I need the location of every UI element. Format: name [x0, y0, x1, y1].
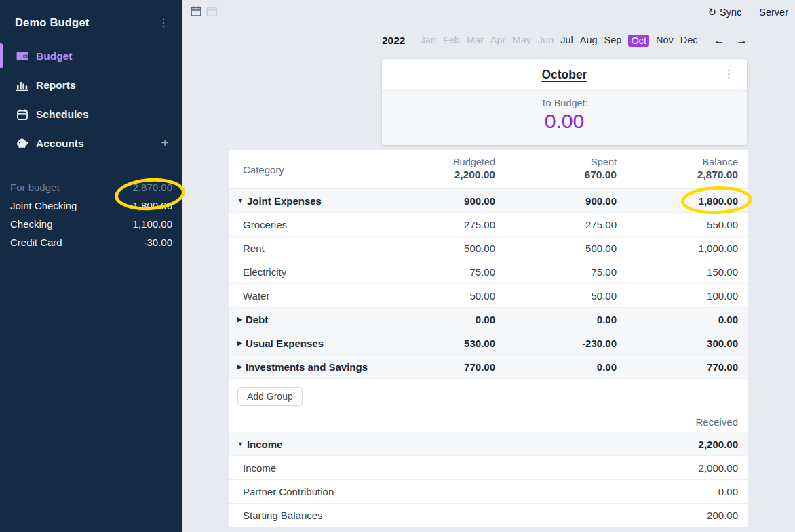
category-row-electricity[interactable]: Electricity 75.00 75.00 150.00 — [229, 260, 748, 284]
budgeted-cell[interactable]: 900.00 — [383, 189, 505, 212]
group-row-investments-and-savings[interactable]: ▶Investments and Savings 770.00 0.00 770… — [229, 355, 748, 379]
balance-cell: 100.00 — [626, 284, 748, 307]
month-mar[interactable]: Mar — [467, 35, 484, 47]
sidebar-item-label: Schedules — [36, 108, 89, 121]
chevron-right-icon[interactable]: ▶ — [237, 363, 242, 370]
sidebar-header: Demo Budget ⋮ — [0, 0, 182, 41]
month-jun[interactable]: Jun — [538, 35, 554, 47]
sidebar-item-accounts[interactable]: Accounts + — [0, 129, 182, 158]
column-label: Budgeted — [383, 157, 495, 167]
account-balance: -30.00 — [143, 237, 172, 248]
month-nav-arrows: ← → — [714, 34, 748, 47]
month-may[interactable]: May — [512, 35, 530, 47]
spent-cell: 900.00 — [505, 189, 626, 212]
month-oct-selected[interactable]: Oct — [628, 35, 649, 47]
sidebar-menu-kebab-icon[interactable]: ⋮ — [158, 18, 169, 28]
sidebar-item-label: Budget — [36, 50, 72, 62]
budgeted-cell[interactable]: 75.00 — [383, 260, 505, 283]
account-label: For budget — [10, 182, 60, 193]
account-row-joint-checking[interactable]: Joint Checking 1,800.00 — [0, 197, 182, 215]
account-balance: 2,870.00 — [133, 182, 172, 193]
balance-cell: 150.00 — [626, 260, 748, 283]
category-name: Groceries — [243, 219, 287, 230]
spent-cell: 50.00 — [505, 284, 626, 307]
month-jan[interactable]: Jan — [420, 35, 435, 47]
sidebar-item-label: Reports — [36, 79, 76, 91]
category-name: Starting Balances — [243, 510, 323, 521]
category-row-groceries[interactable]: Groceries 275.00 275.00 550.00 — [229, 213, 748, 237]
calendar-one-month-icon[interactable] — [191, 6, 201, 16]
category-name: Electricity — [243, 266, 286, 278]
month-list: Jan Feb Mar Apr May Jun Jul Aug Sep Oct … — [420, 35, 697, 47]
spent-header: Spent 670.00 — [505, 150, 626, 188]
month-sep[interactable]: Sep — [604, 35, 622, 47]
column-label: Balance — [626, 157, 738, 167]
budgeted-cell[interactable]: 50.00 — [383, 284, 505, 307]
balance-cell: 1,000.00 — [626, 237, 748, 260]
budgeted-cell[interactable]: 275.00 — [383, 213, 505, 236]
sync-button[interactable]: ↻ Sync — [707, 6, 741, 18]
category-name: Income — [243, 462, 276, 474]
wallet-icon — [16, 50, 28, 62]
month-card-title[interactable]: October — [541, 68, 587, 82]
add-account-icon[interactable]: + — [161, 136, 169, 151]
received-header: Received — [695, 416, 738, 428]
month-apr[interactable]: Apr — [490, 35, 506, 47]
month-feb[interactable]: Feb — [443, 35, 460, 47]
category-row-starting-balances[interactable]: Starting Balances 200.00 — [229, 504, 748, 527]
month-selector: 2022 Jan Feb Mar Apr May Jun Jul Aug Sep… — [382, 32, 748, 49]
prev-month-arrow-icon[interactable]: ← — [714, 34, 725, 47]
column-total: 670.00 — [505, 169, 617, 181]
account-label: Joint Checking — [10, 200, 77, 211]
to-budget-value[interactable]: 0.00 — [382, 110, 747, 133]
group-row-joint-expenses[interactable]: ▼Joint Expenses 900.00 900.00 1,800.00 — [229, 189, 748, 213]
account-row-credit-card[interactable]: Credit Card -30.00 — [0, 233, 182, 251]
table-header: Category Budgeted 2,200.00 Spent 670.00 … — [229, 150, 748, 189]
month-dec[interactable]: Dec — [680, 35, 698, 47]
server-button[interactable]: Server — [759, 7, 788, 18]
add-group-button[interactable]: Add Group — [237, 387, 303, 406]
balance-cell: 550.00 — [626, 213, 748, 236]
budgeted-header: Budgeted 2,200.00 — [383, 150, 505, 188]
month-count-toggle — [191, 6, 217, 16]
budgeted-cell[interactable]: 530.00 — [383, 331, 505, 354]
balance-header: Balance 2,870.00 — [626, 150, 748, 188]
spent-cell: 275.00 — [505, 213, 626, 236]
month-nov[interactable]: Nov — [656, 35, 674, 47]
account-row-for-budget[interactable]: For budget 2,870.00 — [0, 178, 182, 197]
received-cell: 200.00 — [626, 504, 748, 527]
month-aug[interactable]: Aug — [580, 35, 598, 47]
group-row-usual-expenses[interactable]: ▶Usual Expenses 530.00 -230.00 300.00 — [229, 331, 748, 355]
category-row-rent[interactable]: Rent 500.00 500.00 1,000.00 — [229, 237, 748, 260]
category-row-water[interactable]: Water 50.00 50.00 100.00 — [229, 284, 748, 308]
chevron-down-icon[interactable]: ▼ — [237, 441, 244, 447]
sidebar-item-budget[interactable]: Budget — [0, 41, 182, 70]
category-name: Partner Contribution — [243, 486, 334, 497]
year-label: 2022 — [382, 35, 405, 47]
month-card-kebab-icon[interactable]: ⋮ — [724, 68, 734, 80]
budgeted-cell[interactable]: 0.00 — [383, 308, 505, 331]
month-jul[interactable]: Jul — [560, 35, 573, 47]
next-month-arrow-icon[interactable]: → — [736, 34, 748, 47]
budgeted-cell[interactable]: 770.00 — [383, 355, 505, 378]
chevron-right-icon[interactable]: ▶ — [237, 340, 242, 346]
sidebar-item-reports[interactable]: Reports — [0, 70, 182, 100]
budget-file-title[interactable]: Demo Budget — [15, 16, 89, 29]
chevron-down-icon[interactable]: ▼ — [237, 197, 244, 204]
category-row-income[interactable]: Income 2,000.00 — [229, 456, 748, 480]
group-name: Income — [247, 438, 283, 450]
column-label: Spent — [505, 157, 617, 167]
calendar-two-months-icon[interactable] — [206, 6, 217, 16]
chevron-right-icon[interactable]: ▶ — [237, 316, 242, 323]
sidebar-item-schedules[interactable]: Schedules — [0, 100, 182, 129]
account-row-checking[interactable]: Checking 1,100.00 — [0, 215, 182, 233]
spent-cell: 75.00 — [505, 260, 626, 283]
spent-cell: -230.00 — [505, 331, 626, 354]
group-row-debt[interactable]: ▶Debt 0.00 0.00 0.00 — [229, 308, 748, 331]
account-label: Checking — [10, 218, 53, 230]
category-name: Water — [243, 290, 269, 302]
group-row-income[interactable]: ▼Income 2,200.00 — [229, 432, 748, 456]
category-row-partner-contribution[interactable]: Partner Contribution 0.00 — [229, 480, 748, 504]
budgeted-cell[interactable]: 500.00 — [383, 237, 505, 260]
month-card-header: October ⋮ — [382, 59, 747, 90]
